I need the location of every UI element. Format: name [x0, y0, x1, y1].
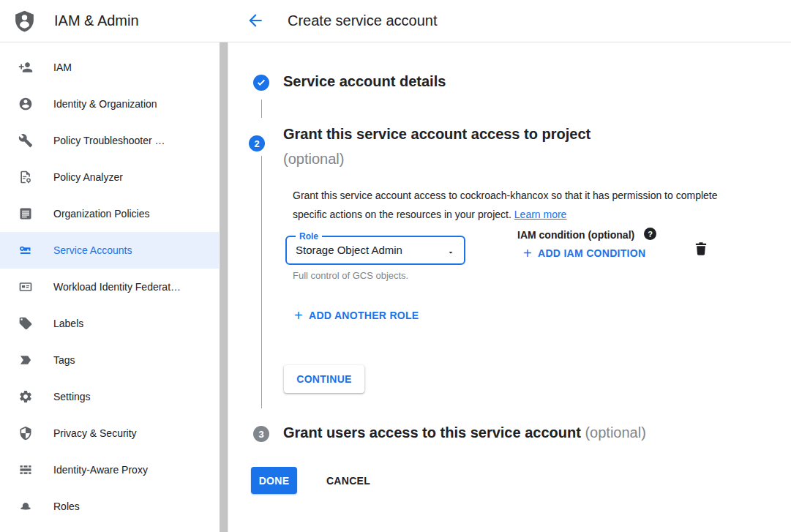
- sidebar-item-settings[interactable]: Settings: [0, 378, 219, 415]
- step2-optional-label: (optional): [283, 146, 591, 171]
- page-title: Create service account: [288, 0, 438, 42]
- add-iam-condition-button[interactable]: + ADD IAM CONDITION: [523, 247, 645, 260]
- sidebar-item-identity-organization[interactable]: Identity & Organization: [0, 86, 219, 122]
- service-account-key-icon: [18, 243, 33, 258]
- iam-condition-label: IAM condition (optional): [517, 229, 634, 241]
- help-icon[interactable]: ?: [644, 228, 656, 240]
- gear-icon: [18, 389, 33, 404]
- cancel-button[interactable]: CANCEL: [312, 467, 385, 494]
- sidebar-scrollbar[interactable]: [220, 42, 228, 532]
- sidebar-item-tags[interactable]: Tags: [0, 342, 219, 378]
- step-connector: [261, 100, 262, 118]
- sidebar-item-label: Identity-Aware Proxy: [53, 464, 148, 476]
- sidebar-item-label: Roles: [53, 501, 80, 512]
- plus-icon: +: [523, 247, 532, 260]
- list-doc-icon: [18, 206, 33, 221]
- iam-admin-console: IAM & Admin Create service account IAM I…: [0, 0, 791, 532]
- sidebar-nav: IAM Identity & Organization Policy Troub…: [0, 42, 228, 532]
- role-select[interactable]: Role Storage Object Admin: [285, 236, 465, 265]
- step-connector: [261, 156, 262, 408]
- app-header: IAM & Admin: [0, 0, 228, 42]
- sidebar-item-identity-aware-proxy[interactable]: Identity-Aware Proxy: [0, 452, 219, 488]
- step3-title-text: Grant users access to this service accou…: [283, 424, 581, 441]
- sidebar-item-label: IAM: [53, 61, 72, 73]
- sidebar-item-policy-troubleshooter[interactable]: Policy Troubleshooter …: [0, 122, 219, 159]
- trash-icon[interactable]: [691, 239, 711, 260]
- step3-optional-label: (optional): [585, 424, 645, 441]
- hat-icon: [18, 499, 33, 514]
- tag-arrow-icon: [18, 353, 33, 367]
- step1-complete-badge: [253, 75, 269, 91]
- chevron-down-icon: [446, 247, 455, 255]
- page-header: Create service account: [228, 0, 791, 42]
- plus-icon: +: [294, 309, 303, 322]
- sidebar-item-labels[interactable]: Labels: [0, 305, 219, 342]
- sidebar-item-label: Service Accounts: [53, 244, 132, 256]
- iam-admin-shield-icon: [12, 8, 37, 34]
- app-title: IAM & Admin: [54, 0, 139, 42]
- learn-more-link[interactable]: Learn more: [514, 209, 567, 220]
- done-button[interactable]: DONE: [251, 467, 297, 494]
- doc-analyzer-icon: [18, 170, 33, 184]
- step2-description: Grant this service account access to coc…: [293, 187, 720, 224]
- sidebar-item-label: Labels: [53, 318, 83, 329]
- sidebar-item-label: Identity & Organization: [53, 98, 157, 110]
- role-helper-text: Full control of GCS objects.: [293, 270, 408, 281]
- check-icon: [253, 75, 269, 91]
- step3-number-badge: 3: [253, 426, 269, 442]
- continue-button[interactable]: CONTINUE: [284, 365, 364, 393]
- step3-title: Grant users access to this service accou…: [283, 424, 646, 441]
- sidebar-item-roles[interactable]: Roles: [0, 488, 219, 525]
- sidebar-item-policy-analyzer[interactable]: Policy Analyzer: [0, 159, 219, 195]
- person-add-icon: [18, 60, 33, 75]
- wrench-icon: [18, 133, 33, 148]
- sidebar-item-organization-policies[interactable]: Organization Policies: [0, 195, 219, 232]
- sidebar-item-label: Organization Policies: [53, 208, 150, 220]
- sidebar-item-label: Policy Troubleshooter …: [53, 135, 165, 146]
- step2-title: Grant this service account access to pro…: [283, 121, 591, 171]
- sidebar-item-label: Settings: [53, 391, 91, 402]
- label-tag-icon: [18, 316, 33, 331]
- sidebar-item-label: Privacy & Security: [53, 427, 137, 439]
- proxy-stripes-icon: [18, 462, 33, 477]
- sidebar-item-privacy-security[interactable]: Privacy & Security: [0, 415, 219, 452]
- sidebar-item-label: Tags: [53, 354, 75, 366]
- step2-title-text: Grant this service account access to pro…: [283, 126, 591, 142]
- step1-title: Service account details: [283, 73, 446, 90]
- back-arrow-icon[interactable]: [244, 10, 266, 32]
- role-selected-value: Storage Object Admin: [296, 237, 402, 263]
- sidebar-item-label: Workload Identity Federat…: [53, 281, 181, 293]
- sidebar-item-label: Policy Analyzer: [53, 171, 123, 183]
- account-circle-icon: [18, 97, 33, 111]
- half-shield-icon: [18, 426, 33, 441]
- sidebar-item-service-accounts[interactable]: Service Accounts: [0, 232, 219, 269]
- badge-card-icon: [18, 280, 33, 294]
- add-another-role-button[interactable]: + ADD ANOTHER ROLE: [294, 309, 419, 322]
- sidebar-item-workload-identity-federation[interactable]: Workload Identity Federat…: [0, 269, 219, 305]
- sidebar-item-iam[interactable]: IAM: [0, 49, 219, 86]
- step2-number-badge: 2: [249, 135, 265, 151]
